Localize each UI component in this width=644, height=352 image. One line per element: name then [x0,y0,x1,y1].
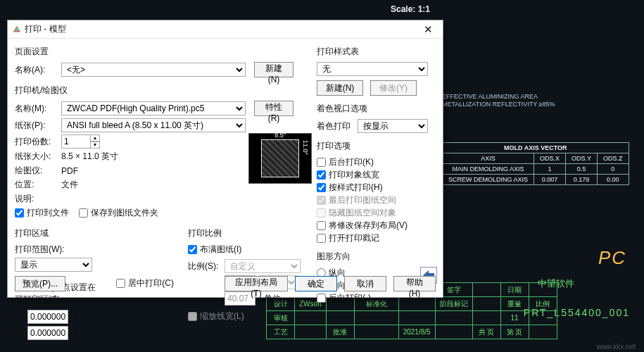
copies-down-icon[interactable]: ▼ [90,142,100,149]
options-title: 打印选项 [317,140,437,152]
style-select[interactable]: 无 [317,62,428,76]
plotter-label: 绘图仪: [15,165,61,177]
shade-select[interactable]: 按显示 [358,119,428,133]
scale-title: 打印比例 [188,227,307,239]
save-layout-check[interactable]: 将修改保存到布局(V) [317,220,408,232]
location-label: 位置: [15,179,61,191]
page-setup-title: 页面设置 [15,46,307,58]
orient-title: 图形方向 [317,251,437,263]
stamp-check[interactable]: 打开打印戳记 [317,232,379,244]
printer-props-button[interactable]: 特性(R) [254,101,293,116]
close-button[interactable]: ✕ [419,23,437,36]
material-label: PC [598,247,626,269]
preview-button[interactable]: 预览(P)... [15,276,65,291]
location-value: 文件 [61,179,78,191]
copies-up-icon[interactable]: ▲ [90,134,100,142]
paper-size-label: 纸张大小: [15,151,61,163]
printer-name-label: 名称(M): [15,103,61,115]
save-folder-check[interactable]: 保存到图纸文件夹 [79,207,158,219]
dialog-title: 打印 - 模型 [25,23,66,35]
style-title: 打印样式表 [317,46,437,58]
plotter-value: PDF [61,166,78,176]
last-space-check[interactable]: 最后打印图纸空间 [317,194,396,206]
paper-label: 纸张(P): [15,120,61,132]
area-title: 打印区域 [15,227,102,239]
obj-lw-check[interactable]: 打印对象线宽 [317,169,379,181]
ratio-label: 比例(S): [188,260,225,272]
offset-y-input[interactable] [27,326,68,340]
style-new-button[interactable]: 新建(N) [317,80,363,96]
shade-title: 着色视口选项 [317,103,437,115]
cancel-button[interactable]: 取消 [344,276,386,291]
copies-label: 打印份数: [15,136,61,148]
aluminizing-note: EFFECTIVE ALUMINIZING AREAMETALLIZATION … [442,93,555,108]
range-select[interactable]: 显示 [15,258,92,272]
scale-den-unit: 单位 [264,293,281,305]
apply-layout-button[interactable]: 应用到布局(T) [225,276,288,291]
app-icon [12,25,22,34]
offset-y-label: Y: [15,328,27,338]
desc-label: 说明: [15,193,61,205]
bg-print-check[interactable]: 后台打印(K) [317,156,374,168]
style-edit-button[interactable]: 修改(Y) [370,80,417,96]
offset-y-unit: 英寸 [71,327,88,339]
shade-label: 着色打印 [317,120,358,132]
range-label: 打印范围(W): [15,244,102,256]
print-to-file-check[interactable]: 打印到文件 [15,207,69,219]
offset-x-label: X: [15,312,27,322]
paper-select[interactable]: ANSI full bleed A (8.50 x 11.00 英寸) [61,118,246,132]
copies-input[interactable] [61,134,91,149]
paper-preview: 8.5" 11.0" [248,133,312,184]
scale-lw-check[interactable]: 缩放线宽(L) [188,310,244,322]
page-name-label: 名称(A): [15,64,61,76]
fit-paper-check[interactable]: 布满图纸(I) [188,244,241,256]
offset-x-unit: 英寸 [71,311,88,323]
page-name-select[interactable]: <无> [61,63,246,77]
scale-label: Scale: 1:1 [391,4,430,14]
style-print-check[interactable]: 按样式打印(H) [317,182,383,194]
ratio-select[interactable]: 自定义 [225,259,301,273]
reverse-check[interactable]: 反向打印(-) [317,292,371,304]
hide-space-check[interactable]: 隐藏图纸空间对象 [317,207,396,219]
printer-title: 打印机/绘图仪 [15,84,307,96]
watermark-url: www.kkx.net [596,343,636,351]
axis-table: MOLD AXIS VECTOR AXISODS.XODS.YODS.Z MAI… [442,142,629,185]
help-button[interactable]: 帮助(H) [393,276,436,291]
ok-button[interactable]: 确定 [295,276,337,291]
page-new-button[interactable]: 新建(N) [254,62,293,77]
print-dialog: 打印 - 模型 ✕ 页面设置 名称(A): <无> 新建(N) 打印机/绘图仪 … [7,20,443,298]
paper-size-value: 8.5 × 11.0 英寸 [61,151,118,163]
printer-name-select[interactable]: ZWCAD PDF(High Quality Print).pc5 [61,101,246,115]
offset-x-input[interactable] [27,310,68,324]
